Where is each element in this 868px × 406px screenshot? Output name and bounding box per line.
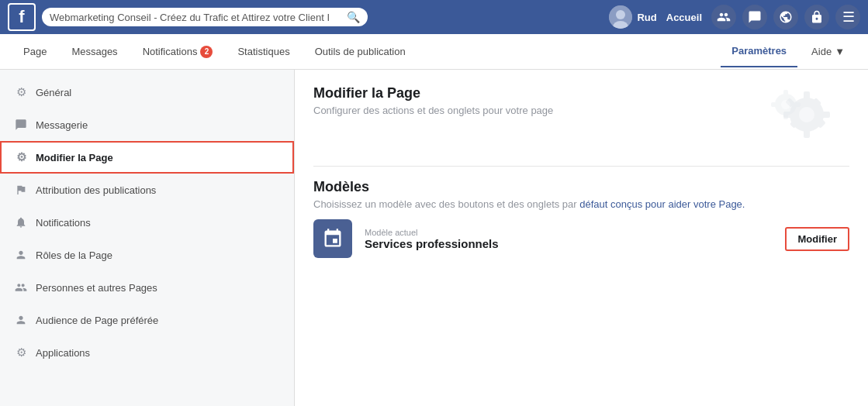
modeles-section: Modèles Choisissez un modèle avec des bo…	[313, 179, 849, 267]
section1-desc: Configurer des actions et des onglets po…	[313, 105, 553, 116]
sidebar-item-attribution[interactable]: Attribution des publications	[0, 174, 294, 206]
svg-rect-15	[783, 90, 788, 98]
user-info: Rud	[609, 5, 656, 29]
section-divider-1	[313, 166, 849, 167]
modifier-button[interactable]: Modifier	[785, 227, 849, 251]
bell-icon	[14, 215, 28, 229]
modele-card: Modèle actuel Services professionnels Mo…	[313, 210, 849, 267]
top-navigation-bar: f 🔍 Rud Accueil	[0, 0, 868, 34]
subnav-outils[interactable]: Outils de publication	[304, 36, 417, 67]
svg-rect-6	[804, 127, 810, 138]
svg-point-1	[616, 10, 625, 19]
settings-icon: ⚙	[14, 150, 28, 164]
sidebar-item-modifier-page[interactable]: ⚙ Modifier la Page	[0, 141, 294, 174]
svg-rect-8	[819, 112, 830, 118]
search-bar[interactable]: 🔍	[42, 8, 368, 26]
subnav-page[interactable]: Page	[12, 36, 57, 67]
svg-rect-18	[793, 102, 801, 107]
person-icon	[14, 248, 28, 262]
svg-point-14	[781, 100, 790, 109]
subnav-parametres[interactable]: Paramètres	[721, 36, 797, 67]
section2-desc: Choisissez un modèle avec des boutons et…	[313, 198, 849, 210]
modele-name: Services professionnels	[365, 237, 773, 250]
sidebar-item-audience[interactable]: Audience de Page préférée	[0, 304, 294, 336]
user-name: Rud	[637, 12, 656, 23]
svg-rect-16	[783, 112, 788, 119]
subnav-statistiques[interactable]: Statistiques	[227, 36, 300, 67]
section1-title: Modifier la Page	[313, 85, 553, 102]
subnav-aide[interactable]: Aide ▼	[801, 36, 856, 67]
search-icon: 🔍	[347, 11, 360, 23]
chat-icon	[14, 118, 28, 132]
sub-navigation: Page Messages Notifications 2 Statistiqu…	[0, 34, 868, 70]
sidebar-item-applications[interactable]: ⚙ Applications	[0, 336, 294, 369]
modele-actuel-label: Modèle actuel	[365, 228, 773, 237]
sidebar-item-general[interactable]: ⚙ Général	[0, 76, 294, 108]
sidebar-item-roles[interactable]: Rôles de la Page	[0, 239, 294, 271]
main-layout: ⚙ Général Messagerie ⚙ Modifier la Page …	[0, 70, 868, 406]
apps-icon: ⚙	[14, 346, 28, 360]
sidebar: ⚙ Général Messagerie ⚙ Modifier la Page …	[0, 70, 295, 406]
audience-icon	[14, 313, 28, 327]
modele-icon	[313, 219, 352, 258]
subnav-right: Paramètres Aide ▼	[721, 36, 856, 67]
facebook-logo[interactable]: f	[8, 3, 36, 31]
avatar	[609, 5, 632, 29]
content-area: Modifier la Page Configurer des actions …	[295, 70, 868, 406]
people-icon	[14, 280, 28, 294]
svg-rect-17	[771, 102, 779, 107]
subnav-notifications[interactable]: Notifications 2	[132, 36, 224, 67]
flag-icon	[14, 183, 28, 197]
sidebar-item-personnes[interactable]: Personnes et autres Pages	[0, 271, 294, 304]
sidebar-item-messagerie[interactable]: Messagerie	[0, 108, 294, 141]
search-input[interactable]	[50, 12, 342, 23]
section1-text: Modifier la Page Configurer des actions …	[313, 85, 553, 116]
gear-decoration	[756, 85, 849, 147]
modele-info: Modèle actuel Services professionnels	[365, 228, 773, 250]
sidebar-item-notifications[interactable]: Notifications	[0, 206, 294, 239]
section1-header: Modifier la Page Configurer des actions …	[313, 85, 849, 147]
svg-rect-5	[804, 91, 810, 102]
section2-title: Modèles	[313, 179, 849, 195]
section2-link[interactable]: défaut conçus pour aider votre Page.	[579, 198, 745, 210]
accueil-link[interactable]: Accueil	[666, 12, 702, 23]
chevron-down-icon: ▼	[835, 46, 845, 57]
globe-icon[interactable]	[773, 5, 798, 29]
subnav-messages[interactable]: Messages	[61, 36, 128, 67]
friends-icon[interactable]	[711, 5, 736, 29]
gear-icon: ⚙	[14, 85, 28, 99]
messages-icon[interactable]	[742, 5, 767, 29]
modifier-page-section: Modifier la Page Configurer des actions …	[313, 85, 849, 147]
menu-icon[interactable]: ☰	[835, 5, 860, 29]
notification-badge: 2	[200, 46, 213, 58]
lock-icon[interactable]	[804, 5, 829, 29]
top-right-actions: Rud Accueil ☰	[609, 5, 860, 29]
top-icons: ☰	[711, 5, 860, 29]
svg-point-4	[799, 107, 814, 122]
